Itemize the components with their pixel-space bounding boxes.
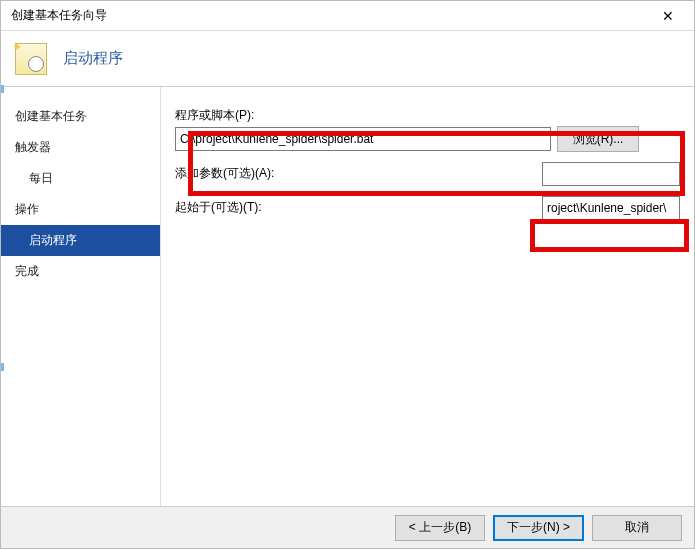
page-heading: 启动程序 <box>63 49 123 68</box>
edge-mark <box>1 85 4 93</box>
close-icon[interactable]: ✕ <box>648 8 688 24</box>
sidebar-item-daily: 每日 <box>1 163 160 194</box>
wizard-icon: ✦ <box>15 43 47 75</box>
sidebar-item-start-program: 启动程序 <box>1 225 160 256</box>
startin-input[interactable] <box>542 196 680 220</box>
args-input[interactable] <box>542 162 680 186</box>
sidebar-item-trigger: 触发器 <box>1 132 160 163</box>
startin-label: 起始于(可选)(T): <box>175 199 262 216</box>
back-button[interactable]: < 上一步(B) <box>395 515 485 541</box>
next-button[interactable]: 下一步(N) > <box>493 515 584 541</box>
script-input[interactable] <box>175 127 551 151</box>
sidebar-item-finish: 完成 <box>1 256 160 287</box>
args-label: 添加参数(可选)(A): <box>175 165 274 182</box>
window-title: 创建基本任务向导 <box>7 7 648 24</box>
edge-mark <box>1 363 4 371</box>
sidebar-item-create-task: 创建基本任务 <box>1 101 160 132</box>
browse-button[interactable]: 浏览(R)... <box>557 126 639 152</box>
wizard-sidebar: 创建基本任务 触发器 每日 操作 启动程序 完成 <box>1 87 161 507</box>
cancel-button[interactable]: 取消 <box>592 515 682 541</box>
sidebar-item-action: 操作 <box>1 194 160 225</box>
script-label: 程序或脚本(P): <box>175 107 680 124</box>
